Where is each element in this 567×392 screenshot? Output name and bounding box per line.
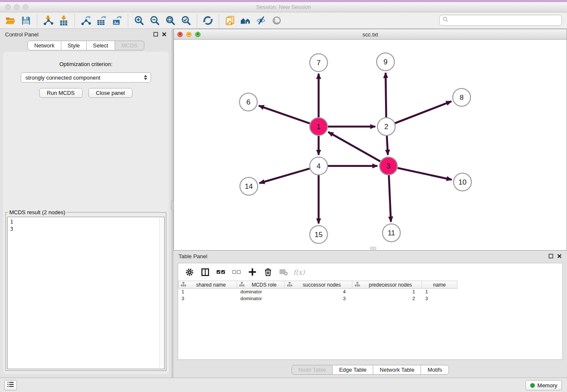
column-tree-icon bbox=[239, 281, 245, 289]
table-cell[interactable]: 4 bbox=[285, 289, 352, 295]
table-cell[interactable]: 2 bbox=[352, 295, 422, 302]
hide-selected-icon[interactable] bbox=[253, 14, 269, 28]
close-panel-button[interactable]: Close panel bbox=[88, 88, 133, 98]
zoom-selected-icon[interactable] bbox=[178, 14, 194, 28]
gear-icon[interactable] bbox=[183, 265, 196, 279]
optimization-criterion-dropdown[interactable]: strongly connected component bbox=[21, 72, 151, 83]
zoom-fit-icon[interactable] bbox=[162, 14, 178, 28]
edge-2-8[interactable] bbox=[395, 101, 451, 123]
table-cell[interactable]: dominator bbox=[237, 295, 285, 302]
node-8[interactable]: 8 bbox=[453, 88, 471, 106]
node-11[interactable]: 11 bbox=[383, 224, 400, 242]
control-panel-tabs: NetworkStyleSelectMCDS bbox=[0, 41, 172, 50]
node-1[interactable]: 1 bbox=[310, 118, 328, 135]
task-history-button[interactable] bbox=[4, 380, 17, 390]
save-icon[interactable] bbox=[18, 14, 34, 28]
tab-select[interactable]: Select bbox=[86, 41, 115, 50]
list-icon bbox=[7, 381, 14, 389]
open-file-icon[interactable] bbox=[3, 14, 18, 28]
table-row[interactable]: 3dominator323 bbox=[178, 295, 562, 302]
table-tab-node-table[interactable]: Node Table bbox=[292, 365, 333, 375]
column-header-shared-name[interactable]: shared name bbox=[178, 281, 237, 289]
columns-icon[interactable] bbox=[199, 265, 212, 279]
edge-4-14[interactable] bbox=[259, 168, 310, 183]
node-10[interactable]: 10 bbox=[454, 173, 471, 191]
column-header-MCDS-role[interactable]: MCDS role bbox=[237, 281, 285, 289]
table-panel-float-icon[interactable] bbox=[548, 254, 553, 259]
refresh-icon[interactable] bbox=[200, 14, 216, 28]
import-table-icon[interactable] bbox=[56, 14, 72, 28]
node-9[interactable]: 9 bbox=[377, 53, 394, 71]
svg-text:11: 11 bbox=[388, 229, 395, 237]
delete-row-icon[interactable] bbox=[261, 265, 274, 279]
control-panel-float-icon[interactable] bbox=[153, 32, 158, 37]
export-network-icon[interactable] bbox=[78, 14, 94, 28]
column-header-predecessor-nodes[interactable]: predecessor nodes bbox=[352, 281, 422, 289]
first-neighbors-icon[interactable] bbox=[238, 14, 253, 28]
column-header-label: name bbox=[424, 282, 455, 288]
mcds-result-list[interactable]: 1 3 bbox=[7, 217, 165, 369]
network-canvas-grip[interactable] bbox=[370, 247, 376, 250]
network-canvas[interactable]: 1234678910111415 bbox=[174, 40, 567, 250]
edge-2-3[interactable] bbox=[387, 136, 388, 155]
mcds-result-scrollbar[interactable] bbox=[159, 218, 164, 368]
table-cell[interactable]: 3 bbox=[178, 295, 237, 302]
add-row-icon[interactable] bbox=[246, 265, 259, 279]
table-column-headers: shared nameMCDS rolesuccessor nodesprede… bbox=[178, 281, 562, 289]
control-panel-close-icon[interactable] bbox=[162, 32, 167, 37]
node-7[interactable]: 7 bbox=[310, 54, 328, 72]
import-network-icon[interactable] bbox=[40, 14, 56, 28]
edge-3-11[interactable] bbox=[389, 175, 391, 222]
column-header-name[interactable]: name bbox=[422, 281, 457, 289]
memory-button[interactable]: Memory bbox=[526, 380, 562, 390]
deselect-all-icon[interactable] bbox=[230, 265, 243, 279]
tab-style[interactable]: Style bbox=[61, 41, 87, 50]
mcds-result-lines: 1 3 bbox=[8, 217, 164, 234]
network-window-titlebar[interactable]: × − + scc.txt bbox=[174, 29, 567, 40]
export-table-icon[interactable] bbox=[94, 14, 109, 28]
table-row[interactable]: 1dominator411 bbox=[178, 289, 562, 295]
search-input[interactable] bbox=[451, 17, 559, 24]
mcds-result-title: MCDS result (2 nodes) bbox=[8, 209, 66, 215]
table-panel-close-icon[interactable] bbox=[557, 254, 562, 259]
table-cell[interactable]: 1 bbox=[422, 289, 457, 295]
select-all-icon[interactable] bbox=[215, 265, 227, 279]
column-header-successor-nodes[interactable]: successor nodes bbox=[285, 281, 352, 289]
toolbar-separator bbox=[37, 14, 37, 27]
svg-text:8: 8 bbox=[460, 94, 463, 102]
table-tab-edge-table[interactable]: Edge Table bbox=[332, 365, 373, 375]
tab-network[interactable]: Network bbox=[28, 41, 61, 50]
edge-1-6[interactable] bbox=[259, 106, 310, 124]
column-tree-icon bbox=[287, 281, 292, 289]
node-2[interactable]: 2 bbox=[377, 118, 395, 135]
svg-text:14: 14 bbox=[245, 182, 253, 190]
export-image-icon[interactable] bbox=[109, 14, 125, 28]
search-field[interactable] bbox=[439, 15, 562, 26]
table-cell[interactable]: 3 bbox=[422, 295, 457, 302]
table-panel-header: Table Panel bbox=[173, 251, 567, 262]
edge-3-1[interactable] bbox=[328, 132, 380, 161]
node-3[interactable]: 3 bbox=[380, 157, 397, 175]
table-cell[interactable]: 3 bbox=[285, 295, 352, 302]
edge-2-9[interactable] bbox=[385, 73, 386, 117]
memory-status-icon bbox=[530, 383, 535, 388]
table-tab-motifs[interactable]: Motifs bbox=[421, 365, 449, 375]
node-14[interactable]: 14 bbox=[240, 177, 258, 195]
mcds-panel-body: Optimization criterion: strongly connect… bbox=[3, 52, 169, 374]
search-icon bbox=[442, 16, 449, 25]
table-cell[interactable]: dominator bbox=[237, 289, 285, 295]
tab-mcds[interactable]: MCDS bbox=[115, 41, 144, 50]
table-tab-network-table[interactable]: Network Table bbox=[373, 365, 421, 375]
table-cell[interactable]: 1 bbox=[352, 289, 422, 295]
dropdown-stepper-icon bbox=[144, 75, 147, 80]
node-6[interactable]: 6 bbox=[239, 93, 257, 111]
zoom-out-icon[interactable] bbox=[147, 14, 162, 28]
node-4[interactable]: 4 bbox=[310, 157, 328, 175]
table-cell[interactable]: 1 bbox=[178, 289, 237, 295]
run-mcds-button[interactable]: Run MCDS bbox=[39, 88, 83, 98]
zoom-in-icon[interactable] bbox=[131, 14, 147, 28]
window-titlebar[interactable]: Session: New Session bbox=[0, 2, 567, 12]
edge-3-10[interactable] bbox=[398, 168, 452, 180]
clone-network-icon[interactable] bbox=[222, 14, 238, 28]
node-15[interactable]: 15 bbox=[310, 226, 328, 243]
